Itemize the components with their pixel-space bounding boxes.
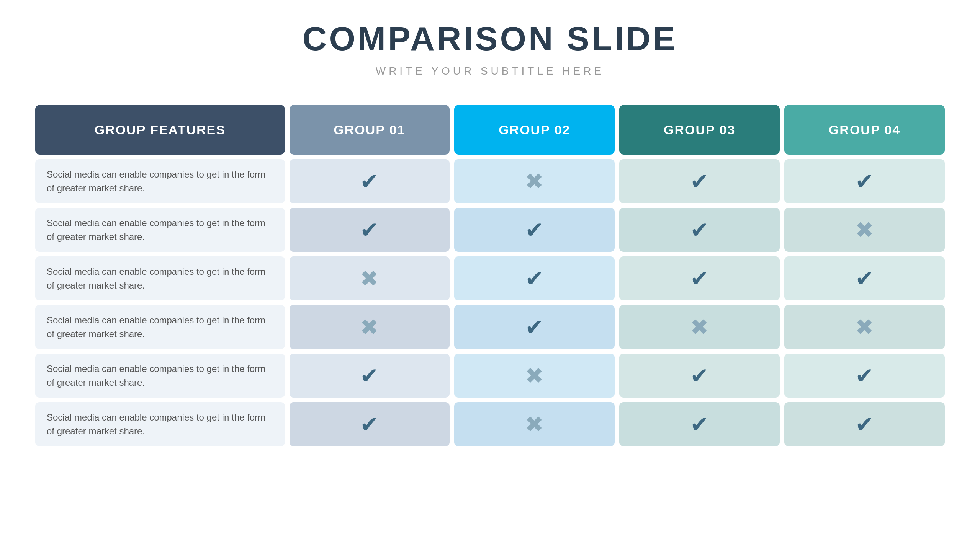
col-header-g2: GROUP 02 <box>454 105 615 155</box>
cross-icon: ✖ <box>855 217 874 242</box>
col-header-g1: GROUP 01 <box>290 105 450 155</box>
g3-cell: ✔ <box>619 256 780 300</box>
feature-cell: Social media can enable companies to get… <box>35 208 285 252</box>
check-icon: ✔ <box>855 412 874 437</box>
g3-cell: ✔ <box>619 402 780 446</box>
g1-cell: ✖ <box>290 305 450 349</box>
g3-cell: ✔ <box>619 354 780 398</box>
g3-cell: ✔ <box>619 159 780 203</box>
check-icon: ✔ <box>690 412 709 437</box>
check-icon: ✔ <box>525 217 544 242</box>
table-row: Social media can enable companies to get… <box>35 305 945 349</box>
check-icon: ✔ <box>855 363 874 388</box>
table-header-row: GROUP FEATURES GROUP 01 GROUP 02 GROUP 0… <box>35 105 945 155</box>
feature-cell: Social media can enable companies to get… <box>35 305 285 349</box>
feature-cell: Social media can enable companies to get… <box>35 256 285 300</box>
table-row: Social media can enable companies to get… <box>35 208 945 252</box>
cross-icon: ✖ <box>855 315 874 339</box>
check-icon: ✔ <box>690 217 709 242</box>
g2-cell: ✖ <box>454 354 615 398</box>
g4-cell: ✔ <box>784 159 945 203</box>
check-icon: ✔ <box>360 217 379 242</box>
page-subtitle: WRITE YOUR SUBTITLE HERE <box>376 65 605 77</box>
col-header-g4: GROUP 04 <box>784 105 945 155</box>
g4-cell: ✔ <box>784 256 945 300</box>
check-icon: ✔ <box>525 315 544 339</box>
cross-icon: ✖ <box>360 315 379 339</box>
table-row: Social media can enable companies to get… <box>35 402 945 446</box>
check-icon: ✔ <box>360 412 379 437</box>
check-icon: ✔ <box>360 363 379 388</box>
g1-cell: ✖ <box>290 256 450 300</box>
col-header-g3: GROUP 03 <box>619 105 780 155</box>
g2-cell: ✖ <box>454 159 615 203</box>
g4-cell: ✖ <box>784 208 945 252</box>
check-icon: ✔ <box>855 266 874 291</box>
feature-cell: Social media can enable companies to get… <box>35 354 285 398</box>
g1-cell: ✔ <box>290 208 450 252</box>
check-icon: ✔ <box>855 169 874 194</box>
cross-icon: ✖ <box>525 169 544 194</box>
feature-cell: Social media can enable companies to get… <box>35 159 285 203</box>
check-icon: ✔ <box>690 266 709 291</box>
g1-cell: ✔ <box>290 354 450 398</box>
table-row: Social media can enable companies to get… <box>35 354 945 398</box>
g4-cell: ✔ <box>784 402 945 446</box>
g4-cell: ✖ <box>784 305 945 349</box>
cross-icon: ✖ <box>360 266 379 291</box>
table-row: Social media can enable companies to get… <box>35 256 945 300</box>
g2-cell: ✖ <box>454 402 615 446</box>
comparison-table: GROUP FEATURES GROUP 01 GROUP 02 GROUP 0… <box>31 100 949 451</box>
cross-icon: ✖ <box>525 363 544 388</box>
g3-cell: ✔ <box>619 208 780 252</box>
feature-cell: Social media can enable companies to get… <box>35 402 285 446</box>
check-icon: ✔ <box>360 169 379 194</box>
cross-icon: ✖ <box>525 412 544 437</box>
g3-cell: ✖ <box>619 305 780 349</box>
cross-icon: ✖ <box>690 315 709 339</box>
check-icon: ✔ <box>525 266 544 291</box>
check-icon: ✔ <box>690 363 709 388</box>
check-icon: ✔ <box>690 169 709 194</box>
g2-cell: ✔ <box>454 256 615 300</box>
g2-cell: ✔ <box>454 208 615 252</box>
col-header-features: GROUP FEATURES <box>35 105 285 155</box>
g4-cell: ✔ <box>784 354 945 398</box>
table-row: Social media can enable companies to get… <box>35 159 945 203</box>
g1-cell: ✔ <box>290 159 450 203</box>
g1-cell: ✔ <box>290 402 450 446</box>
page-title: COMPARISON SLIDE <box>303 19 677 58</box>
g2-cell: ✔ <box>454 305 615 349</box>
